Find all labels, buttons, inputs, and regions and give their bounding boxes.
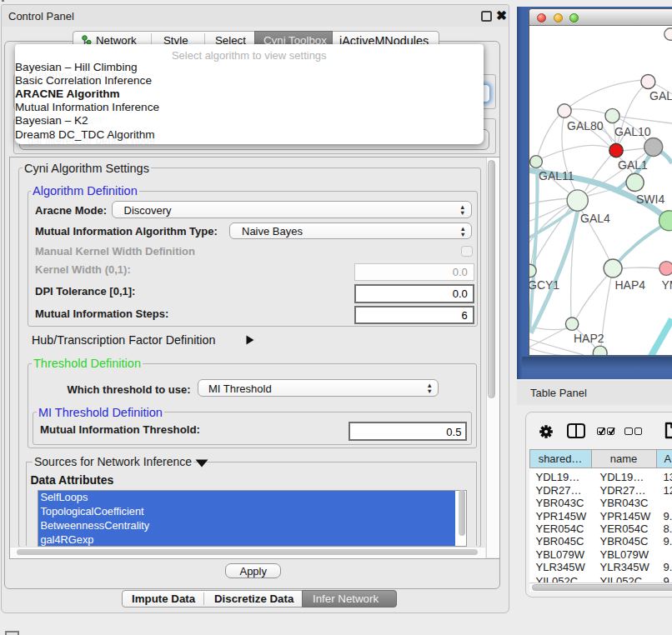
svg-text:GAL4: GAL4 [580, 212, 610, 225]
svg-text:HAP4: HAP4 [615, 278, 646, 292]
svg-text:GAL10: GAL10 [614, 125, 651, 138]
svg-text:GAL80: GAL80 [567, 119, 604, 132]
svg-text:YMR: YMR [662, 278, 672, 292]
svg-text:GAL11: GAL11 [539, 169, 574, 182]
svg-text:GAL7: GAL7 [649, 89, 672, 102]
svg-text:SWI4: SWI4 [636, 192, 664, 206]
svg-text:GAL1: GAL1 [618, 158, 648, 172]
svg-text:HAP2: HAP2 [574, 332, 604, 345]
svg-text:GCY1: GCY1 [529, 278, 559, 292]
